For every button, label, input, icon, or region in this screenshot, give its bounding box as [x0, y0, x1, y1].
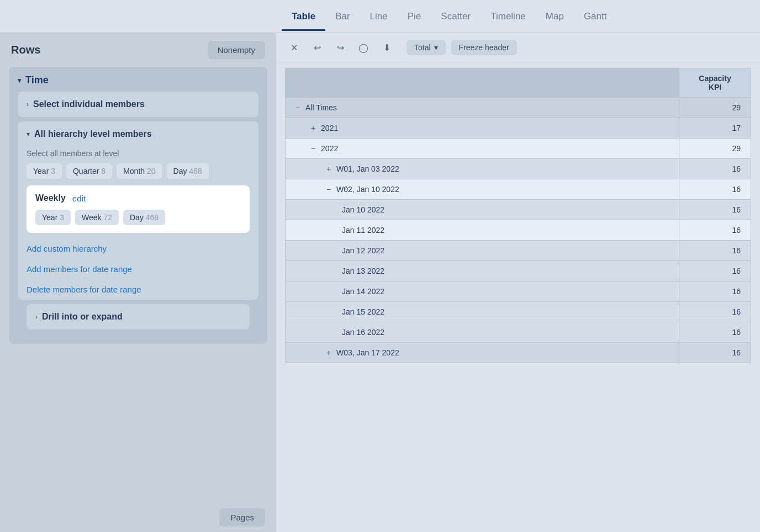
row-label-text: All Times — [305, 103, 337, 112]
tab-timeline[interactable]: Timeline — [481, 2, 536, 31]
row-value: 16 — [679, 200, 751, 220]
table-row: Jan 14 202216 — [286, 281, 751, 302]
table-row: Jan 11 202216 — [286, 220, 751, 241]
select-individual-section[interactable]: › Select individual members — [18, 92, 258, 117]
expand-icon[interactable]: + — [326, 348, 333, 357]
all-hierarchy-section: ▾ All hierarchy level members Select all… — [18, 121, 258, 300]
table-container: CapacityKPI − All Times29+ 202117− 20222… — [276, 62, 760, 532]
total-button[interactable]: Total ▾ — [407, 40, 446, 55]
drill-section[interactable]: › Drill into or expand — [27, 304, 250, 329]
nonempty-button[interactable]: Nonempty — [208, 41, 265, 59]
close-icon[interactable]: ✕ — [285, 39, 303, 56]
weekly-tag-week[interactable]: Week 72 — [75, 210, 119, 225]
expand-icon[interactable]: − — [326, 185, 333, 194]
delete-members-date-range-link[interactable]: Delete members for date range — [18, 279, 258, 300]
tag-quarter[interactable]: Quarter 8 — [66, 163, 112, 179]
weekly-title: Weekly — [35, 193, 66, 203]
right-panel: ✕ ↩ ↪ ◯ ⬇ Total ▾ Freeze header Capacity… — [276, 33, 760, 532]
all-hierarchy-title: All hierarchy level members — [34, 129, 152, 139]
add-members-date-range-link[interactable]: Add members for date range — [18, 259, 258, 279]
redo-icon[interactable]: ↪ — [331, 39, 349, 56]
table-row: Jan 10 202216 — [286, 200, 751, 220]
weekly-tag-day-num: 468 — [146, 213, 159, 222]
weekly-edit-link[interactable]: edit — [72, 194, 86, 203]
weekly-tag-week-num: 72 — [103, 213, 112, 222]
row-label-text: Jan 16 2022 — [342, 328, 384, 337]
tag-day-label: Day — [173, 167, 187, 175]
weekly-box: Weekly edit Year 3 Week 72 Day — [27, 185, 250, 233]
row-label-text: Jan 13 2022 — [342, 267, 384, 275]
row-label-text: Jan 11 2022 — [342, 226, 384, 235]
expand-icon[interactable]: + — [311, 124, 318, 132]
row-value: 16 — [679, 302, 751, 322]
rows-header: Rows Nonempty — [0, 33, 276, 67]
row-value: 16 — [679, 220, 751, 241]
tab-scatter[interactable]: Scatter — [431, 2, 481, 31]
tab-table[interactable]: Table — [282, 2, 325, 31]
tag-month-num: 20 — [147, 167, 156, 175]
weekly-tag-year-num: 3 — [60, 213, 64, 222]
tag-day[interactable]: Day 468 — [167, 163, 209, 179]
add-custom-hierarchy-link[interactable]: Add custom hierarchy — [18, 238, 258, 259]
table-row: Jan 13 202216 — [286, 261, 751, 281]
row-label-text: 2022 — [321, 144, 338, 153]
undo-icon[interactable]: ↩ — [308, 39, 326, 56]
table-row: Jan 16 202216 — [286, 322, 751, 343]
select-individual-header[interactable]: › Select individual members — [18, 92, 258, 117]
select-individual-chevron-icon: › — [27, 100, 29, 108]
weekly-tags-row: Year 3 Week 72 Day 468 — [35, 210, 241, 225]
row-value: 16 — [679, 179, 751, 200]
table-row: + W01, Jan 03 202216 — [286, 159, 751, 179]
row-value: 29 — [679, 139, 751, 159]
drill-title: Drill into or expand — [42, 312, 123, 322]
weekly-tag-day-label: Day — [130, 213, 144, 222]
row-label-text: W01, Jan 03 2022 — [336, 164, 399, 173]
total-label: Total — [414, 43, 431, 52]
comment-icon[interactable]: ◯ — [355, 39, 372, 56]
download-icon[interactable]: ⬇ — [378, 39, 395, 56]
pages-area: Pages — [0, 503, 276, 532]
expand-icon[interactable]: + — [326, 164, 333, 173]
row-label-text: W03, Jan 17 2022 — [336, 348, 399, 357]
drill-chevron-icon: › — [35, 313, 38, 321]
row-value: 16 — [679, 159, 751, 179]
weekly-tag-year[interactable]: Year 3 — [35, 210, 71, 225]
drill-header[interactable]: › Drill into or expand — [27, 304, 250, 329]
tab-map[interactable]: Map — [536, 2, 574, 31]
all-hierarchy-chevron-icon: ▾ — [27, 130, 30, 138]
tag-month[interactable]: Month 20 — [117, 163, 162, 179]
tag-day-num: 468 — [189, 167, 202, 175]
row-label-text: Jan 10 2022 — [342, 205, 384, 214]
row-label-text: Jan 15 2022 — [342, 307, 384, 316]
all-hierarchy-header[interactable]: ▾ All hierarchy level members — [18, 121, 258, 147]
weekly-header: Weekly edit — [35, 193, 241, 203]
time-header: ▾ Time — [18, 75, 258, 86]
tag-month-label: Month — [123, 167, 145, 175]
level-tags-row: Year 3 Quarter 8 Month 20 Day 468 — [18, 163, 258, 185]
pages-button[interactable]: Pages — [219, 508, 265, 526]
weekly-tag-day[interactable]: Day 468 — [123, 210, 165, 225]
expand-icon[interactable]: − — [311, 144, 318, 153]
freeze-header-button[interactable]: Freeze header — [451, 40, 517, 55]
table-header-label — [286, 68, 679, 98]
row-label-text: Jan 14 2022 — [342, 287, 384, 296]
tab-bar[interactable]: Bar — [325, 2, 360, 31]
time-title: Time — [25, 75, 49, 86]
table-row: Jan 15 202216 — [286, 302, 751, 322]
tag-quarter-label: Quarter — [73, 167, 99, 175]
row-value: 17 — [679, 118, 751, 139]
table-header-kpi: CapacityKPI — [679, 68, 751, 98]
row-value: 16 — [679, 322, 751, 343]
row-label-text: 2021 — [321, 124, 338, 132]
select-individual-title: Select individual members — [33, 99, 145, 109]
weekly-tag-year-label: Year — [42, 213, 57, 222]
tag-year[interactable]: Year 3 — [27, 163, 62, 179]
tag-year-num: 3 — [51, 167, 55, 175]
tab-gantt[interactable]: Gantt — [574, 2, 617, 31]
data-table: CapacityKPI − All Times29+ 202117− 20222… — [285, 68, 751, 363]
time-section: ▾ Time › Select individual members ▾ All… — [9, 67, 267, 344]
tab-line[interactable]: Line — [360, 2, 398, 31]
table-row: − 202229 — [286, 139, 751, 159]
expand-icon[interactable]: − — [295, 103, 302, 112]
tab-pie[interactable]: Pie — [398, 2, 431, 31]
